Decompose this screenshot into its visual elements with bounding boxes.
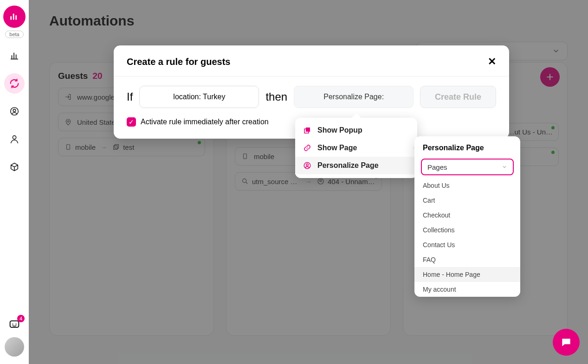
action-personalize-page[interactable]: Personalize Page <box>295 157 417 174</box>
svg-point-19 <box>306 164 309 166</box>
svg-point-4 <box>12 324 13 325</box>
then-label: then <box>265 90 287 103</box>
activate-label: Activate rule immediately after creation <box>141 118 269 126</box>
pages-select[interactable]: Pages <box>421 159 514 175</box>
activate-checkbox[interactable]: ✓ <box>127 117 136 127</box>
chevron-down-icon <box>502 164 507 170</box>
logo-icon <box>3 6 26 28</box>
nav-analytics[interactable] <box>4 45 25 66</box>
pages-panel-title: Personalize Page <box>420 144 515 157</box>
close-icon[interactable]: ✕ <box>488 56 496 68</box>
create-rule-button[interactable]: Create Rule <box>420 86 496 108</box>
popup-icon <box>303 126 312 134</box>
pages-panel: Personalize Page Pages About Us Cart Che… <box>414 136 520 297</box>
page-option[interactable]: Checkout <box>414 208 520 223</box>
nav-audience[interactable] <box>4 101 25 121</box>
modal-title: Create a rule for guests <box>127 57 230 67</box>
link-icon <box>303 144 312 152</box>
page-option[interactable]: About Us <box>414 178 520 193</box>
page-option[interactable]: Contact Us <box>414 237 520 252</box>
sidebar: beta 4 <box>0 0 29 364</box>
nav-automations[interactable] <box>4 73 25 94</box>
svg-point-1 <box>13 109 16 112</box>
action-show-popup[interactable]: Show Popup <box>295 121 417 139</box>
pages-list: About Us Cart Checkout Collections Conta… <box>414 178 520 297</box>
avatar[interactable] <box>5 337 24 357</box>
person-circle-icon <box>303 161 312 170</box>
page-option[interactable]: FAQ <box>414 252 520 267</box>
action-dropdown: Show Popup Show Page Personalize Page <box>295 118 417 178</box>
nav-user[interactable] <box>4 129 25 149</box>
action-select[interactable]: Personalize Page: <box>294 86 414 108</box>
page-option[interactable]: Collections <box>414 223 520 237</box>
svg-point-2 <box>13 136 16 139</box>
svg-point-5 <box>15 324 16 325</box>
chat-fab[interactable] <box>553 329 580 356</box>
page-option[interactable]: My account <box>414 282 520 297</box>
condition-select[interactable]: location: Turkey <box>139 86 259 108</box>
bot-icon[interactable]: 4 <box>8 318 21 331</box>
svg-rect-17 <box>306 128 310 132</box>
nav-package[interactable] <box>4 157 25 177</box>
page-option[interactable]: Home - Home Page <box>414 267 520 282</box>
action-show-page[interactable]: Show Page <box>295 139 417 157</box>
beta-badge: beta <box>5 31 23 38</box>
if-label: If <box>127 90 133 103</box>
bot-badge-count: 4 <box>17 315 25 322</box>
page-option[interactable]: Cart <box>414 193 520 208</box>
